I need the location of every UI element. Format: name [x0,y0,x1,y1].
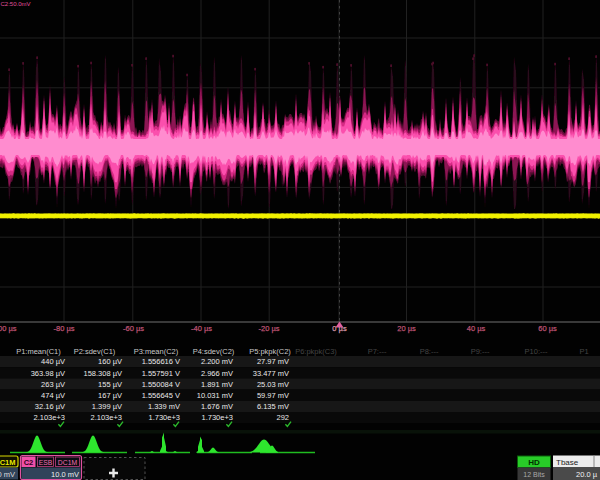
svg-text:0 µs: 0 µs [332,324,347,333]
svg-text:P5:pkpk(C2): P5:pkpk(C2) [249,347,291,356]
svg-text:6.135 mV: 6.135 mV [257,402,289,411]
svg-text:363.98 µV: 363.98 µV [31,369,65,378]
svg-text:40 µs: 40 µs [467,324,486,333]
svg-text:2.966 mV: 2.966 mV [201,369,233,378]
svg-text:-80 µs: -80 µs [54,324,75,333]
svg-text:1.556645 V: 1.556645 V [142,391,180,400]
svg-text:155 µV: 155 µV [98,380,122,389]
svg-text:P8:---: P8:--- [420,347,439,356]
svg-text:263 µV: 263 µV [41,380,65,389]
svg-text:12 Bits: 12 Bits [523,471,545,478]
svg-text:P9:---: P9:--- [471,347,490,356]
svg-text:P7:---: P7:--- [368,347,387,356]
svg-text:27.97 mV: 27.97 mV [257,357,289,366]
svg-text:-40 µs: -40 µs [191,324,212,333]
svg-text:DC1M: DC1M [0,458,16,467]
svg-text:2.103e+3: 2.103e+3 [34,413,66,422]
svg-text:P1:mean(C1): P1:mean(C1) [16,347,61,356]
svg-text:1.339 mV: 1.339 mV [148,402,180,411]
svg-text:P1: P1 [579,347,588,356]
svg-text:1.891 mV: 1.891 mV [201,380,233,389]
svg-text:C2:50.0mV: C2:50.0mV [1,1,31,7]
svg-text:292: 292 [276,413,289,422]
svg-text:0 mV: 0 mV [0,470,15,479]
svg-text:Tbase: Tbase [556,458,579,467]
svg-text:1.676 mV: 1.676 mV [201,402,233,411]
svg-text:P4:sdev(C2): P4:sdev(C2) [193,347,235,356]
svg-text:25.03 mV: 25.03 mV [257,380,289,389]
svg-text:60 µs: 60 µs [538,324,557,333]
svg-text:20.0 µ: 20.0 µ [576,470,598,479]
svg-text:1.730e+3: 1.730e+3 [202,413,234,422]
svg-text:2.200 mV: 2.200 mV [201,357,233,366]
svg-text:474 µV: 474 µV [41,391,65,400]
svg-text:160 µV: 160 µV [98,357,122,366]
svg-text:1.550084 V: 1.550084 V [142,380,180,389]
svg-text:-60 µs: -60 µs [123,324,144,333]
svg-text:DC1M: DC1M [58,459,78,466]
svg-text:32.16 µV: 32.16 µV [35,402,65,411]
svg-text:20 µs: 20 µs [397,324,416,333]
svg-text:-20 µs: -20 µs [259,324,280,333]
svg-text:C2: C2 [24,458,34,467]
svg-text:ESB: ESB [39,459,53,466]
svg-text:P6:pkpk(C3): P6:pkpk(C3) [295,347,337,356]
svg-text:1.556616 V: 1.556616 V [142,357,180,366]
svg-text:HD: HD [528,458,540,467]
svg-text:2.103e+3: 2.103e+3 [91,413,123,422]
svg-text:P3:mean(C2): P3:mean(C2) [134,347,179,356]
svg-text:10.0 mV: 10.0 mV [51,470,79,479]
svg-text:158.308 µV: 158.308 µV [83,369,122,378]
svg-text:59.97 mV: 59.97 mV [257,391,289,400]
svg-text:1.557591 V: 1.557591 V [142,369,180,378]
svg-text:167 µV: 167 µV [98,391,122,400]
svg-text:33.477 mV: 33.477 mV [253,369,289,378]
svg-text:1.399 µV: 1.399 µV [92,402,122,411]
svg-text:P10:---: P10:--- [525,347,548,356]
svg-text:10.031 mV: 10.031 mV [197,391,233,400]
svg-text:1.730e+3: 1.730e+3 [149,413,181,422]
svg-text:440 µV: 440 µV [41,357,65,366]
svg-text:-100 µs: -100 µs [0,324,17,333]
svg-text:P2:sdev(C1): P2:sdev(C1) [74,347,116,356]
